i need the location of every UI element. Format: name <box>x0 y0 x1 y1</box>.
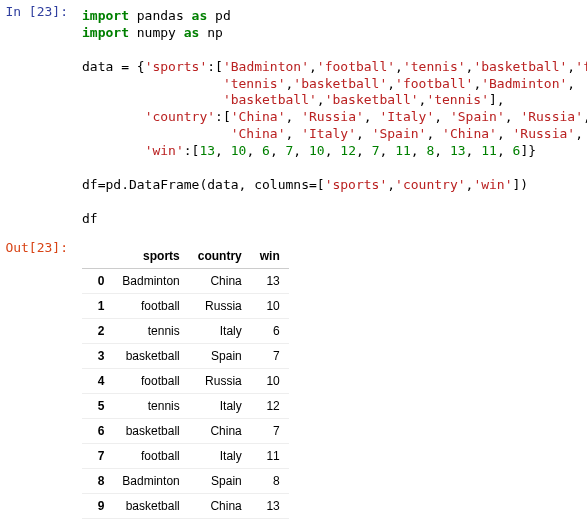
table-row: 1footballRussia10 <box>82 293 289 318</box>
row-index: 0 <box>82 268 113 293</box>
col-sports: sports <box>113 244 188 269</box>
header-row: sports country win <box>82 244 289 269</box>
cell-country: Italy <box>189 443 251 468</box>
output-area: sports country win 0BadmintonChina131foo… <box>76 240 587 522</box>
table-row: 6basketballChina7 <box>82 418 289 443</box>
cell-country: China <box>189 493 251 518</box>
row-index: 7 <box>82 443 113 468</box>
kw-import: import <box>82 8 129 23</box>
cell-sports: football <box>113 443 188 468</box>
cell-sports: basketball <box>113 343 188 368</box>
row-index: 6 <box>82 418 113 443</box>
row-index: 10 <box>82 518 113 522</box>
cell-country: Spain <box>189 343 251 368</box>
col-win: win <box>251 244 289 269</box>
table-row: 4footballRussia10 <box>82 368 289 393</box>
row-index: 9 <box>82 493 113 518</box>
cell-win: 13 <box>251 493 289 518</box>
cell-country: Russia <box>189 293 251 318</box>
cell-country: China <box>189 418 251 443</box>
alias-np: np <box>207 25 223 40</box>
alias-pd: pd <box>215 8 231 23</box>
table-row: 0BadmintonChina13 <box>82 268 289 293</box>
dataframe-table: sports country win 0BadmintonChina131foo… <box>82 244 289 522</box>
cell-sports: Badminton <box>113 468 188 493</box>
cell-win: 7 <box>251 418 289 443</box>
cell-country: Russia <box>189 368 251 393</box>
cell-sports: football <box>113 293 188 318</box>
code-df: df=pd.DataFrame(data, columns=['sports',… <box>82 177 528 192</box>
mod-numpy: numpy <box>137 25 176 40</box>
index-header <box>82 244 113 269</box>
table-row: 3basketballSpain7 <box>82 343 289 368</box>
cell-win: 7 <box>251 343 289 368</box>
col-country: country <box>189 244 251 269</box>
code-input[interactable]: import pandas as pd import numpy as np d… <box>76 4 587 232</box>
cell-win: 11 <box>251 443 289 468</box>
cell-country: Russia <box>189 518 251 522</box>
cell-sports: tennis <box>113 318 188 343</box>
table-row: 2tennisItaly6 <box>82 318 289 343</box>
cell-country: Italy <box>189 393 251 418</box>
cell-win: 12 <box>251 393 289 418</box>
input-cell: In [23]: import pandas as pd import nump… <box>0 0 587 236</box>
output-cell: Out[23]: sports country win 0BadmintonCh… <box>0 236 587 522</box>
cell-win: 6 <box>251 318 289 343</box>
cell-win: 13 <box>251 268 289 293</box>
code-dict: data = {'sports':['Badminton','football'… <box>82 59 587 158</box>
table-row: 10basketballRussia11 <box>82 518 289 522</box>
cell-country: Italy <box>189 318 251 343</box>
table-row: 8BadmintonSpain8 <box>82 468 289 493</box>
cell-sports: basketball <box>113 418 188 443</box>
table-row: 5tennisItaly12 <box>82 393 289 418</box>
cell-country: China <box>189 268 251 293</box>
table-row: 9basketballChina13 <box>82 493 289 518</box>
kw-import: import <box>82 25 129 40</box>
kw-as: as <box>192 8 208 23</box>
cell-sports: Badminton <box>113 268 188 293</box>
cell-win: 10 <box>251 293 289 318</box>
mod-pandas: pandas <box>137 8 184 23</box>
code-last: df <box>82 211 98 226</box>
cell-sports: basketball <box>113 493 188 518</box>
cell-sports: football <box>113 368 188 393</box>
row-index: 3 <box>82 343 113 368</box>
table-row: 7footballItaly11 <box>82 443 289 468</box>
cell-country: Spain <box>189 468 251 493</box>
row-index: 8 <box>82 468 113 493</box>
cell-win: 10 <box>251 368 289 393</box>
cell-sports: basketball <box>113 518 188 522</box>
row-index: 2 <box>82 318 113 343</box>
cell-win: 8 <box>251 468 289 493</box>
row-index: 5 <box>82 393 113 418</box>
kw-as: as <box>184 25 200 40</box>
in-prompt: In [23]: <box>0 4 76 232</box>
cell-win: 11 <box>251 518 289 522</box>
row-index: 4 <box>82 368 113 393</box>
cell-sports: tennis <box>113 393 188 418</box>
out-prompt: Out[23]: <box>0 240 76 522</box>
row-index: 1 <box>82 293 113 318</box>
